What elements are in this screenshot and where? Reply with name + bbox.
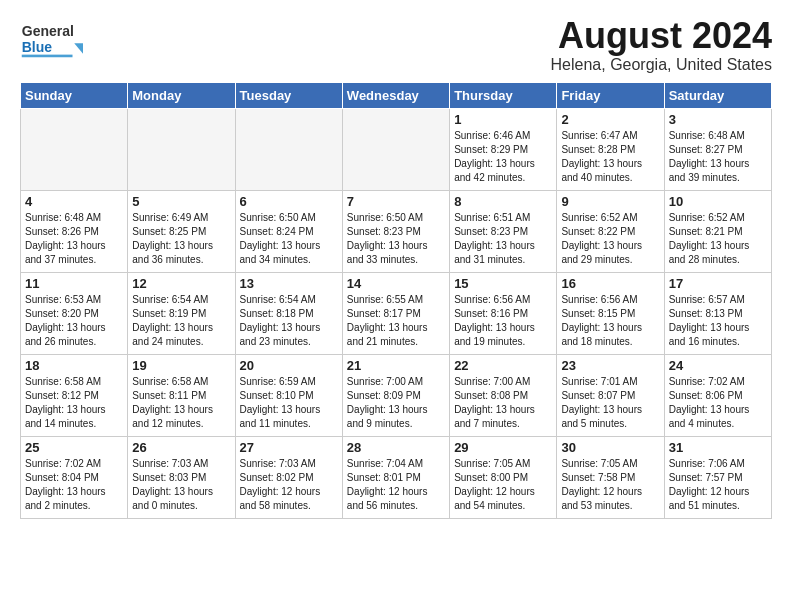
day-info: Sunrise: 6:54 AMSunset: 8:18 PMDaylight:… xyxy=(240,293,338,349)
logo-svg: General Blue xyxy=(20,16,90,60)
calendar-day-cell: 26Sunrise: 7:03 AMSunset: 8:03 PMDayligh… xyxy=(128,436,235,518)
calendar-day-cell: 29Sunrise: 7:05 AMSunset: 8:00 PMDayligh… xyxy=(450,436,557,518)
calendar-day-cell: 4Sunrise: 6:48 AMSunset: 8:26 PMDaylight… xyxy=(21,190,128,272)
svg-marker-2 xyxy=(74,43,83,54)
header-friday: Friday xyxy=(557,82,664,108)
header-tuesday: Tuesday xyxy=(235,82,342,108)
day-info: Sunrise: 6:49 AMSunset: 8:25 PMDaylight:… xyxy=(132,211,230,267)
day-info: Sunrise: 7:00 AMSunset: 8:09 PMDaylight:… xyxy=(347,375,445,431)
day-number: 15 xyxy=(454,276,552,291)
calendar-day-cell: 8Sunrise: 6:51 AMSunset: 8:23 PMDaylight… xyxy=(450,190,557,272)
calendar-day-cell: 2Sunrise: 6:47 AMSunset: 8:28 PMDaylight… xyxy=(557,108,664,190)
day-info: Sunrise: 6:48 AMSunset: 8:26 PMDaylight:… xyxy=(25,211,123,267)
calendar-header-row: Sunday Monday Tuesday Wednesday Thursday… xyxy=(21,82,772,108)
calendar-day-cell: 24Sunrise: 7:02 AMSunset: 8:06 PMDayligh… xyxy=(664,354,771,436)
title-block: August 2024 Helena, Georgia, United Stat… xyxy=(551,16,772,74)
calendar-week-row: 11Sunrise: 6:53 AMSunset: 8:20 PMDayligh… xyxy=(21,272,772,354)
day-info: Sunrise: 6:56 AMSunset: 8:15 PMDaylight:… xyxy=(561,293,659,349)
day-info: Sunrise: 7:01 AMSunset: 8:07 PMDaylight:… xyxy=(561,375,659,431)
day-number: 1 xyxy=(454,112,552,127)
day-number: 13 xyxy=(240,276,338,291)
day-number: 8 xyxy=(454,194,552,209)
day-info: Sunrise: 6:50 AMSunset: 8:23 PMDaylight:… xyxy=(347,211,445,267)
day-number: 16 xyxy=(561,276,659,291)
page: General Blue August 2024 Helena, Georgia… xyxy=(0,0,792,529)
day-info: Sunrise: 6:53 AMSunset: 8:20 PMDaylight:… xyxy=(25,293,123,349)
day-info: Sunrise: 7:03 AMSunset: 8:03 PMDaylight:… xyxy=(132,457,230,513)
day-number: 4 xyxy=(25,194,123,209)
day-number: 21 xyxy=(347,358,445,373)
calendar-day-cell: 6Sunrise: 6:50 AMSunset: 8:24 PMDaylight… xyxy=(235,190,342,272)
calendar-day-cell: 20Sunrise: 6:59 AMSunset: 8:10 PMDayligh… xyxy=(235,354,342,436)
calendar-day-cell xyxy=(235,108,342,190)
day-number: 28 xyxy=(347,440,445,455)
day-info: Sunrise: 6:46 AMSunset: 8:29 PMDaylight:… xyxy=(454,129,552,185)
calendar-day-cell: 3Sunrise: 6:48 AMSunset: 8:27 PMDaylight… xyxy=(664,108,771,190)
calendar-week-row: 18Sunrise: 6:58 AMSunset: 8:12 PMDayligh… xyxy=(21,354,772,436)
calendar-day-cell: 23Sunrise: 7:01 AMSunset: 8:07 PMDayligh… xyxy=(557,354,664,436)
day-info: Sunrise: 7:02 AMSunset: 8:04 PMDaylight:… xyxy=(25,457,123,513)
calendar-day-cell: 31Sunrise: 7:06 AMSunset: 7:57 PMDayligh… xyxy=(664,436,771,518)
day-info: Sunrise: 7:05 AMSunset: 8:00 PMDaylight:… xyxy=(454,457,552,513)
day-number: 14 xyxy=(347,276,445,291)
day-number: 20 xyxy=(240,358,338,373)
day-number: 7 xyxy=(347,194,445,209)
calendar-table: Sunday Monday Tuesday Wednesday Thursday… xyxy=(20,82,772,519)
calendar-day-cell xyxy=(342,108,449,190)
calendar-day-cell: 10Sunrise: 6:52 AMSunset: 8:21 PMDayligh… xyxy=(664,190,771,272)
calendar-day-cell: 28Sunrise: 7:04 AMSunset: 8:01 PMDayligh… xyxy=(342,436,449,518)
calendar-day-cell: 15Sunrise: 6:56 AMSunset: 8:16 PMDayligh… xyxy=(450,272,557,354)
calendar-day-cell: 16Sunrise: 6:56 AMSunset: 8:15 PMDayligh… xyxy=(557,272,664,354)
calendar-day-cell: 22Sunrise: 7:00 AMSunset: 8:08 PMDayligh… xyxy=(450,354,557,436)
header-sunday: Sunday xyxy=(21,82,128,108)
page-subtitle: Helena, Georgia, United States xyxy=(551,56,772,74)
header-thursday: Thursday xyxy=(450,82,557,108)
calendar-day-cell: 18Sunrise: 6:58 AMSunset: 8:12 PMDayligh… xyxy=(21,354,128,436)
day-number: 17 xyxy=(669,276,767,291)
day-info: Sunrise: 6:52 AMSunset: 8:21 PMDaylight:… xyxy=(669,211,767,267)
calendar-day-cell xyxy=(128,108,235,190)
day-number: 5 xyxy=(132,194,230,209)
day-info: Sunrise: 6:54 AMSunset: 8:19 PMDaylight:… xyxy=(132,293,230,349)
day-info: Sunrise: 6:58 AMSunset: 8:12 PMDaylight:… xyxy=(25,375,123,431)
day-number: 10 xyxy=(669,194,767,209)
calendar-day-cell: 27Sunrise: 7:03 AMSunset: 8:02 PMDayligh… xyxy=(235,436,342,518)
header-monday: Monday xyxy=(128,82,235,108)
calendar-day-cell: 7Sunrise: 6:50 AMSunset: 8:23 PMDaylight… xyxy=(342,190,449,272)
logo: General Blue xyxy=(20,16,90,60)
day-info: Sunrise: 6:48 AMSunset: 8:27 PMDaylight:… xyxy=(669,129,767,185)
day-number: 11 xyxy=(25,276,123,291)
day-info: Sunrise: 6:56 AMSunset: 8:16 PMDaylight:… xyxy=(454,293,552,349)
day-number: 26 xyxy=(132,440,230,455)
calendar-day-cell: 21Sunrise: 7:00 AMSunset: 8:09 PMDayligh… xyxy=(342,354,449,436)
calendar-week-row: 25Sunrise: 7:02 AMSunset: 8:04 PMDayligh… xyxy=(21,436,772,518)
day-number: 23 xyxy=(561,358,659,373)
day-number: 25 xyxy=(25,440,123,455)
svg-text:Blue: Blue xyxy=(22,39,53,55)
day-number: 19 xyxy=(132,358,230,373)
calendar-day-cell: 1Sunrise: 6:46 AMSunset: 8:29 PMDaylight… xyxy=(450,108,557,190)
day-number: 9 xyxy=(561,194,659,209)
calendar-day-cell: 9Sunrise: 6:52 AMSunset: 8:22 PMDaylight… xyxy=(557,190,664,272)
day-info: Sunrise: 6:55 AMSunset: 8:17 PMDaylight:… xyxy=(347,293,445,349)
day-number: 30 xyxy=(561,440,659,455)
calendar-day-cell xyxy=(21,108,128,190)
calendar-day-cell: 19Sunrise: 6:58 AMSunset: 8:11 PMDayligh… xyxy=(128,354,235,436)
day-info: Sunrise: 6:50 AMSunset: 8:24 PMDaylight:… xyxy=(240,211,338,267)
calendar-day-cell: 5Sunrise: 6:49 AMSunset: 8:25 PMDaylight… xyxy=(128,190,235,272)
calendar-day-cell: 12Sunrise: 6:54 AMSunset: 8:19 PMDayligh… xyxy=(128,272,235,354)
calendar-day-cell: 13Sunrise: 6:54 AMSunset: 8:18 PMDayligh… xyxy=(235,272,342,354)
day-info: Sunrise: 7:04 AMSunset: 8:01 PMDaylight:… xyxy=(347,457,445,513)
day-info: Sunrise: 7:02 AMSunset: 8:06 PMDaylight:… xyxy=(669,375,767,431)
page-title: August 2024 xyxy=(551,16,772,56)
calendar-day-cell: 14Sunrise: 6:55 AMSunset: 8:17 PMDayligh… xyxy=(342,272,449,354)
day-info: Sunrise: 6:59 AMSunset: 8:10 PMDaylight:… xyxy=(240,375,338,431)
day-number: 3 xyxy=(669,112,767,127)
svg-rect-3 xyxy=(22,55,73,58)
day-info: Sunrise: 6:52 AMSunset: 8:22 PMDaylight:… xyxy=(561,211,659,267)
day-info: Sunrise: 7:05 AMSunset: 7:58 PMDaylight:… xyxy=(561,457,659,513)
day-number: 31 xyxy=(669,440,767,455)
day-info: Sunrise: 6:58 AMSunset: 8:11 PMDaylight:… xyxy=(132,375,230,431)
calendar-week-row: 4Sunrise: 6:48 AMSunset: 8:26 PMDaylight… xyxy=(21,190,772,272)
day-number: 12 xyxy=(132,276,230,291)
